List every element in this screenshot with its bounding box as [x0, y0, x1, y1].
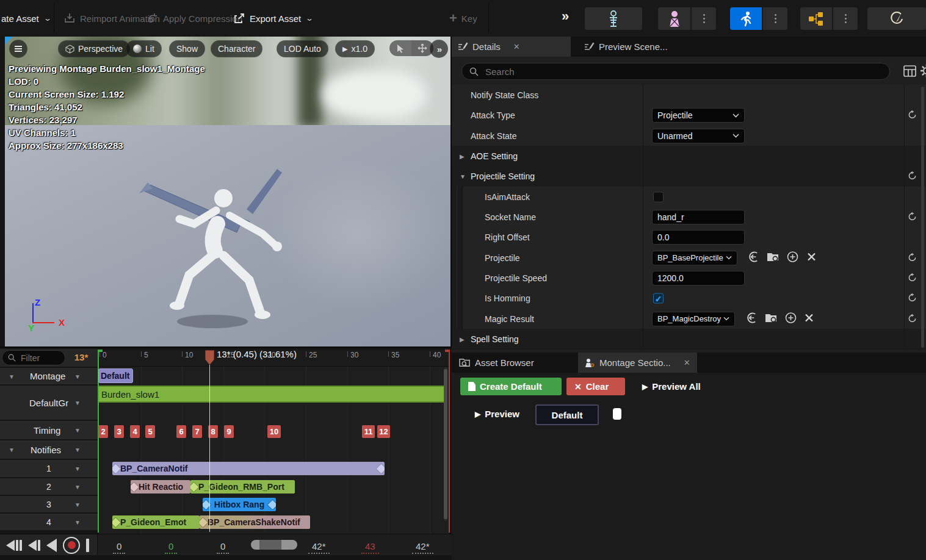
notify-track-2-header[interactable]: 2 ▼	[0, 478, 98, 495]
socket-name-input[interactable]: hand_r	[652, 210, 745, 224]
browse-asset-icon[interactable]	[767, 251, 780, 265]
select-tool-button[interactable]	[389, 40, 411, 56]
timing-marker[interactable]: 4	[130, 425, 140, 438]
attack-state-dropdown[interactable]: Unarmed	[652, 129, 745, 143]
transport-value-frame-start[interactable]: 0	[113, 541, 125, 554]
dropdown-arrow-icon[interactable]: ▼	[74, 427, 81, 434]
timeline-scrollbar[interactable]	[444, 367, 447, 521]
details-scrollbar[interactable]	[921, 87, 924, 348]
preview-section-button[interactable]: ▶ Preview	[471, 405, 523, 423]
category-row-spell-setting[interactable]: ▶ Spell Setting	[452, 329, 926, 350]
play-reverse-button[interactable]	[46, 539, 57, 552]
dropdown-arrow-icon[interactable]: ▼	[74, 400, 81, 406]
transport-value-end[interactable]: 42*	[308, 541, 330, 554]
clear-button[interactable]: ✕ Clear	[566, 378, 625, 395]
tab-asset-browser[interactable]: Asset Browser	[453, 353, 540, 373]
timing-track-header[interactable]: Timing ▼	[0, 421, 98, 439]
reset-to-default-icon[interactable]	[908, 110, 917, 121]
record-button[interactable]	[63, 537, 80, 554]
apply-compression-button[interactable]: Apply Compression	[146, 0, 242, 37]
timing-marker[interactable]: 2	[98, 425, 108, 438]
expander-arrow-icon[interactable]: ▼	[9, 447, 15, 453]
is-homming-checkbox[interactable]: ✓	[653, 293, 664, 304]
transport-value-last[interactable]: 42*	[412, 541, 433, 554]
notify-state-hitbox-range[interactable]: Hitbox Rang	[203, 498, 276, 511]
preview-viewport[interactable]: Perspective Lit Show Character LOD Auto …	[5, 37, 450, 346]
notify-state-camera[interactable]: BP_CameraNotif	[112, 462, 385, 475]
reimport-animation-button[interactable]: Reimport Animation	[63, 0, 160, 37]
reset-to-default-icon[interactable]	[908, 293, 917, 304]
notifies-track-header[interactable]: ▼ Notifies ▼	[0, 440, 98, 459]
transport-value-offset[interactable]: 0	[217, 541, 229, 554]
timing-marker[interactable]: 9	[224, 425, 234, 438]
notify-state-gideon-emote[interactable]: P_Gideon_Emot	[112, 515, 200, 529]
perspective-button[interactable]: Perspective	[58, 40, 130, 57]
blueprint-options-button[interactable]	[833, 7, 858, 30]
reset-to-default-icon[interactable]	[908, 314, 917, 325]
create-asset-button[interactable]: ate Asset ⌄	[1, 0, 51, 37]
use-selected-asset-icon[interactable]	[746, 312, 758, 326]
skeletal-mesh-options-button[interactable]	[691, 7, 716, 30]
dropdown-arrow-icon[interactable]: ▼	[74, 447, 81, 453]
timing-marker[interactable]: 3	[114, 425, 124, 438]
slot-group-header[interactable]: DefaultGroup ▼	[0, 386, 98, 420]
settings-gear-icon[interactable]	[920, 64, 926, 77]
notify-state-rmb-portal[interactable]: P_Gideon_RMB_Port	[190, 480, 295, 494]
close-icon[interactable]: ✕	[684, 358, 690, 367]
category-row-aoe-setting[interactable]: ▶ AOE Setting	[452, 146, 926, 167]
tab-details[interactable]: Details ✕	[452, 37, 571, 57]
transport-value-total-frames[interactable]: 43	[361, 541, 379, 554]
details-search-box[interactable]	[461, 63, 890, 80]
projectile-speed-input[interactable]: 1200.0	[652, 271, 745, 285]
skeletal-mesh-button[interactable]	[658, 7, 690, 30]
reset-to-default-icon[interactable]	[908, 212, 917, 223]
record-curves-button[interactable]	[867, 7, 926, 30]
notify-track-1-header[interactable]: 1 ▼	[0, 460, 98, 477]
dropdown-arrow-icon[interactable]: ▼	[74, 501, 81, 508]
notify-filter-box[interactable]	[2, 350, 65, 365]
search-input[interactable]	[484, 66, 865, 77]
add-element-icon[interactable]	[785, 312, 797, 326]
expander-arrow-icon[interactable]: ▼	[9, 373, 15, 379]
add-element-icon[interactable]	[787, 251, 798, 265]
expander-arrow-icon[interactable]: ▼	[460, 173, 466, 180]
export-asset-button[interactable]: Export Asset ⌄	[233, 0, 313, 37]
animation-mode-options-button[interactable]	[762, 7, 787, 30]
tab-preview-scene[interactable]: Preview Scene...	[578, 37, 674, 57]
timing-marker[interactable]: 5	[145, 425, 155, 438]
notify-state-camera-shake[interactable]: BP_CameraShakeNotif	[200, 515, 310, 529]
scrubber-thumb[interactable]	[259, 540, 281, 550]
timing-marker[interactable]: 11	[362, 425, 375, 438]
viewport-menu-button[interactable]	[9, 40, 27, 58]
go-to-front-button[interactable]	[6, 540, 22, 551]
transport-scrubber[interactable]	[251, 540, 297, 550]
slot-animation-segment[interactable]: Burden_slow1	[99, 386, 447, 403]
timing-marker[interactable]: 12	[377, 425, 390, 438]
is-aim-attack-checkbox[interactable]	[653, 192, 664, 202]
notify-filter-input[interactable]	[20, 353, 57, 364]
playback-speed-button[interactable]: ▶ x1.0	[335, 40, 375, 57]
notify-state-hit-reaction[interactable]: Hit Reactio	[131, 480, 190, 494]
show-menu-button[interactable]: Show	[169, 40, 205, 57]
notify-track-4-header[interactable]: 4 ▼	[0, 514, 98, 530]
animation-mode-button[interactable]	[730, 7, 762, 30]
reset-to-default-icon[interactable]	[908, 171, 917, 182]
dropdown-arrow-icon[interactable]: ▼	[74, 483, 81, 490]
default-section-button[interactable]: Default	[535, 404, 599, 425]
montage-section-chip[interactable]: Default	[98, 368, 133, 383]
close-icon[interactable]: ✕	[513, 42, 520, 51]
toolbar-overflow-button[interactable]: »	[562, 9, 567, 24]
category-row-projectile-setting[interactable]: ▼ Projectile Setting	[452, 166, 926, 187]
dropdown-arrow-icon[interactable]: ▼	[74, 465, 81, 472]
viewport-overflow-button[interactable]: »	[430, 40, 448, 58]
transport-value-current[interactable]: 0	[165, 541, 177, 554]
blueprint-button[interactable]	[800, 7, 832, 30]
lod-auto-button[interactable]: LOD Auto	[277, 40, 328, 57]
projectile-asset-dropdown[interactable]: BP_BaseProjectile	[652, 251, 737, 265]
play-forward-button[interactable]	[86, 539, 89, 552]
reset-to-default-icon[interactable]	[908, 273, 917, 284]
preview-all-button[interactable]: ▶ Preview All	[638, 378, 704, 395]
reset-to-default-icon[interactable]	[908, 253, 917, 264]
timing-marker[interactable]: 6	[176, 425, 186, 438]
create-default-button[interactable]: Create Default	[460, 378, 562, 395]
